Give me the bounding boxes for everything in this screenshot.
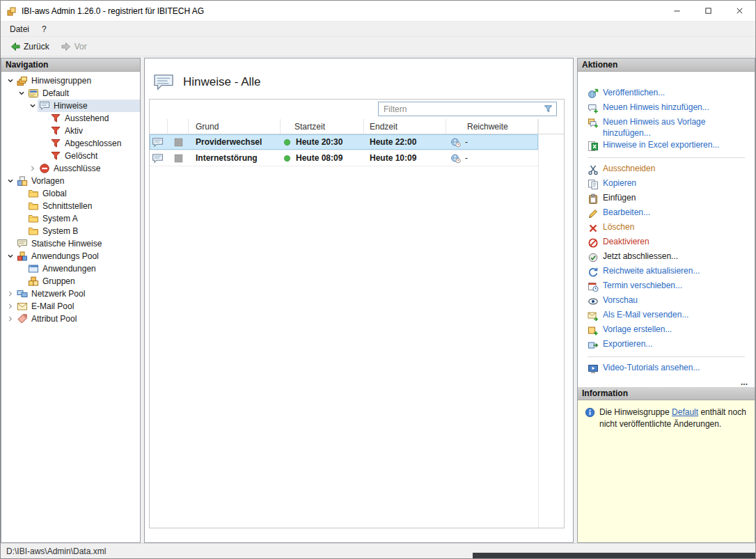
tree-item-label: Attribut Pool — [31, 314, 77, 324]
chevron-down-icon[interactable] — [28, 101, 38, 111]
action-kopieren[interactable]: Kopieren — [588, 178, 748, 192]
gray-square-icon — [174, 154, 183, 163]
chevron-down-icon[interactable] — [6, 76, 15, 86]
table-right-divider — [538, 119, 539, 528]
action-hinweise-in-excel-exportieren[interactable]: Hinweise in Excel exportieren... — [588, 139, 748, 154]
expander-spacer — [17, 201, 26, 211]
filter-funnel-icon[interactable] — [543, 104, 553, 114]
action-video-tutorials-ansehen[interactable]: Video-Tutorials ansehen... — [588, 362, 748, 377]
tree-item-default[interactable]: Default — [1, 87, 140, 100]
tree-item-vorlagen[interactable]: Vorlagen — [1, 175, 140, 187]
action-label: Vorschau — [603, 295, 638, 306]
tree-item-label: Hinweise — [54, 101, 88, 111]
notice-list: GrundStartzeitEndzeitReichweite Provider… — [149, 99, 565, 528]
action-vorschau[interactable]: Vorschau — [588, 294, 748, 309]
tree-item-system-b[interactable]: System B — [1, 225, 140, 237]
column-header-startzeit[interactable]: Startzeit — [281, 119, 364, 134]
table-row-internetstoerung[interactable]: InternetstörungHeute 08:09Heute 10:09- — [150, 150, 538, 166]
edit-icon — [588, 208, 599, 219]
action-neuen-hinweis-hinzufuegen[interactable]: Neuen Hinweis hinzufügen... — [588, 102, 748, 116]
chevron-right-icon[interactable] — [6, 314, 15, 324]
tree-item-statische-hinweise[interactable]: Statische Hinweise — [1, 237, 140, 250]
action-label: Einfügen — [603, 193, 636, 204]
tree-row-inner: Netzwerk Pool — [15, 288, 140, 300]
back-button[interactable]: Zurück — [5, 39, 54, 54]
action-label: Als E-Mail versenden... — [603, 310, 688, 321]
action-exportieren[interactable]: Exportieren... — [588, 338, 748, 353]
maximize-button[interactable] — [693, 1, 724, 21]
forward-button[interactable]: Vor — [56, 39, 92, 54]
menu-help[interactable]: ? — [36, 22, 53, 36]
action-veroeffentlichen[interactable]: Veröffentlichen... — [588, 87, 748, 102]
tree-item-anwendungs-pool[interactable]: Anwendungs Pool — [1, 250, 140, 262]
table-cell: Providerwechsel — [189, 134, 281, 150]
tree-item-hinweise[interactable]: Hinweise — [1, 100, 140, 112]
menu-datei[interactable]: Datei — [3, 22, 36, 36]
tree-item-attribut-pool[interactable]: Attribut Pool — [1, 313, 140, 325]
filter-row — [150, 100, 564, 119]
tree-item-ausschluesse[interactable]: Ausschlüsse — [1, 162, 140, 175]
action-deaktivieren[interactable]: Deaktivieren — [588, 236, 748, 251]
actions-more[interactable]: ... — [741, 377, 748, 387]
column-header-endzeit[interactable]: Endzeit — [364, 119, 446, 134]
tree-row-inner: Ausschlüsse — [38, 162, 140, 175]
tree-item-system-a[interactable]: System A — [1, 212, 140, 225]
action-einfuegen[interactable]: Einfügen — [588, 192, 748, 207]
tree-item-netzwerk-pool[interactable]: Netzwerk Pool — [1, 288, 140, 300]
tree-row-inner: Default — [26, 87, 140, 100]
app-pool-icon — [17, 251, 28, 262]
expander-spacer — [17, 226, 26, 236]
tree-item-e-mail-pool[interactable]: E-Mail Pool — [1, 300, 140, 313]
tree-item-geloescht[interactable]: Gelöscht — [1, 150, 140, 162]
table-row-providerwechsel[interactable]: ProviderwechselHeute 20:30Heute 22:00- — [150, 134, 538, 150]
chevron-down-icon[interactable] — [6, 251, 15, 261]
tree-row-inner: Aktiv — [49, 125, 140, 137]
create-template-icon — [588, 325, 599, 336]
video-tutorials-icon — [588, 363, 599, 375]
tree-item-hinweisgruppen[interactable]: Hinweisgruppen — [1, 74, 140, 87]
tree-item-ausstehend[interactable]: Ausstehend — [1, 112, 140, 125]
chevron-right-icon[interactable] — [28, 164, 38, 173]
tree-item-global[interactable]: Global — [1, 187, 140, 200]
action-als-e-mail-versenden[interactable]: Als E-Mail versenden... — [588, 309, 748, 324]
close-button[interactable] — [724, 1, 755, 21]
tree-row-inner: Schnittstellen — [26, 200, 140, 212]
expander-spacer — [17, 264, 26, 274]
tree-item-anwendungen[interactable]: Anwendungen — [1, 262, 140, 275]
applications-icon — [28, 263, 39, 274]
column-header-grund[interactable]: Grund — [189, 119, 281, 134]
notices-large-icon — [153, 73, 174, 91]
action-vorlage-erstellen[interactable]: Vorlage erstellen... — [588, 324, 748, 338]
action-termin-verschieben[interactable]: Termin verschieben... — [588, 280, 748, 294]
tree-item-schnittstellen[interactable]: Schnittstellen — [1, 200, 140, 212]
tree-item-abgeschlossen[interactable]: Abgeschlossen — [1, 137, 140, 150]
content-area: Navigation HinweisgruppenDefaultHinweise… — [1, 56, 755, 543]
tree-item-aktiv[interactable]: Aktiv — [1, 125, 140, 137]
tree-row-inner: Statische Hinweise — [15, 237, 140, 250]
action-bearbeiten[interactable]: Bearbeiten... — [588, 207, 748, 221]
action-neuen-hinweis-aus-vorlage-hinzufuegen[interactable]: Neuen Hinweis aus Vorlage hinzufügen... — [588, 116, 748, 139]
column-header-icon[interactable] — [150, 119, 168, 134]
table-cell: Heute 08:09 — [281, 150, 364, 166]
grund-value: Internetstörung — [196, 153, 258, 163]
filter-input[interactable] — [379, 104, 543, 114]
title-bar: IBI-aws Admin 1.26.0 - registriert für I… — [1, 1, 755, 22]
reschedule-icon — [588, 281, 599, 292]
action-reichweite-aktualisieren[interactable]: Reichweite aktualisieren... — [588, 265, 748, 280]
grund-value: Providerwechsel — [196, 137, 262, 147]
chevron-right-icon[interactable] — [6, 289, 15, 299]
back-arrow-icon — [10, 41, 21, 52]
minimize-button[interactable] — [661, 1, 693, 21]
column-header-reichweite[interactable]: Reichweite — [446, 119, 538, 134]
column-header-icon[interactable] — [168, 119, 189, 134]
chevron-down-icon[interactable] — [6, 176, 15, 186]
chevron-down-icon[interactable] — [17, 88, 26, 98]
action-ausschneiden[interactable]: Ausschneiden — [588, 163, 748, 178]
action-loeschen[interactable]: Löschen — [588, 221, 748, 236]
default-group-link[interactable]: Default — [672, 407, 698, 417]
tree-item-gruppen[interactable]: Gruppen — [1, 275, 140, 288]
filter-box — [378, 102, 557, 116]
tree-row-inner: System A — [26, 212, 140, 225]
action-jetzt-abschliessen[interactable]: Jetzt abschliessen... — [588, 251, 748, 265]
chevron-right-icon[interactable] — [6, 301, 15, 311]
